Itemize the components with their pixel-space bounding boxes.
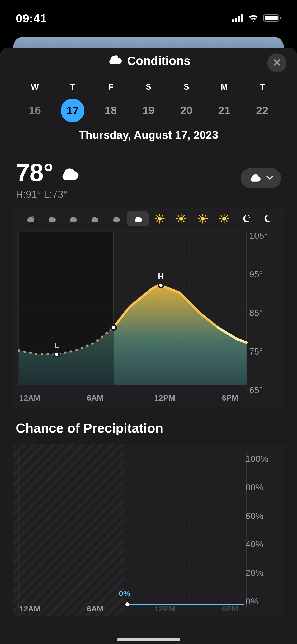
day-item[interactable]: T17 — [54, 82, 92, 122]
clear-night-icon — [256, 213, 278, 226]
clear-night-icon — [235, 213, 256, 226]
svg-line-43 — [226, 215, 227, 217]
svg-line-17 — [157, 221, 158, 222]
svg-line-44 — [221, 221, 222, 222]
svg-point-47 — [270, 215, 270, 216]
svg-line-33 — [205, 221, 206, 222]
day-number: 21 — [213, 99, 236, 122]
temperature-chart[interactable]: H L 105°95°85°75°65° — [13, 226, 284, 390]
precip-chart-card: 0% 100%80%60%40%20%0% 12AM6AM12PM6PM — [13, 444, 284, 616]
svg-line-26 — [178, 221, 179, 222]
full-date: Thursday, August 17, 2023 — [0, 122, 297, 152]
day-letter: T — [54, 82, 92, 92]
cloud-icon — [84, 213, 105, 226]
x-tick: 6AM — [81, 393, 149, 402]
svg-line-42 — [226, 221, 227, 222]
cloud-icon — [105, 213, 126, 226]
day-item[interactable]: F18 — [92, 82, 130, 122]
modal-title-text: Conditions — [127, 54, 190, 68]
day-letter: W — [16, 82, 54, 92]
day-number: 19 — [137, 99, 161, 122]
svg-rect-3 — [241, 14, 243, 22]
sunny-icon — [192, 213, 213, 226]
high-marker-label: H — [158, 272, 164, 281]
close-button[interactable] — [267, 53, 286, 72]
svg-rect-5 — [265, 16, 278, 20]
svg-rect-60 — [19, 232, 114, 385]
day-letter: T — [243, 82, 281, 92]
summary-left: 78° H:91° L:73° — [16, 160, 79, 200]
day-item[interactable]: S20 — [167, 82, 205, 122]
home-indicator[interactable] — [117, 638, 180, 641]
cloud-icon — [41, 213, 62, 226]
temp-value: 78° — [16, 160, 53, 185]
night-cloudy-icon — [19, 213, 41, 226]
svg-line-15 — [162, 221, 163, 222]
x-tick: 6AM — [81, 604, 149, 613]
x-tick: 12PM — [149, 393, 216, 402]
temperature-chart-svg: H L — [13, 226, 284, 390]
cloud-icon — [62, 213, 84, 226]
day-item[interactable]: S19 — [130, 82, 168, 122]
precip-x-axis: 12AM6AM12PM6PM — [13, 604, 284, 616]
day-item[interactable]: T22 — [243, 82, 281, 122]
day-letter: S — [130, 82, 168, 92]
day-number: 18 — [99, 99, 122, 122]
x-tick: 12PM — [149, 604, 216, 613]
cloud-icon — [248, 173, 261, 183]
precip-chart[interactable]: 0% 100%80%60%40%20%0% 12AM6AM12PM6PM — [13, 444, 284, 616]
precip-current-label: 0% — [119, 589, 130, 598]
precip-chart-svg — [13, 444, 284, 616]
wifi-icon — [248, 14, 259, 23]
svg-point-18 — [179, 217, 183, 220]
x-tick: 12AM — [13, 393, 81, 402]
day-item[interactable]: M21 — [205, 82, 243, 122]
condition-picker[interactable] — [241, 168, 281, 188]
conditions-modal: Conditions W16T17F18S19S20M21T22 Thursda… — [0, 48, 297, 644]
day-item[interactable]: W16 — [16, 82, 54, 122]
battery-icon — [263, 14, 281, 23]
close-icon — [273, 58, 281, 68]
y-tick: 20% — [246, 568, 277, 578]
summary-row: 78° H:91° L:73° — [0, 152, 297, 205]
temp-y-axis: 105°95°85°75°65° — [249, 226, 278, 390]
y-tick: 100% — [246, 454, 277, 464]
svg-line-24 — [183, 221, 185, 222]
svg-point-66 — [112, 326, 115, 329]
y-tick: 60% — [246, 511, 277, 521]
section-title-precip: Chance of Precipitation — [0, 421, 297, 441]
x-tick: 12AM — [13, 604, 81, 613]
cloud-icon — [59, 160, 79, 185]
svg-line-35 — [199, 221, 200, 222]
precip-y-axis: 100%80%60%40%20%0% — [246, 444, 277, 616]
status-bar: 09:41 — [0, 0, 297, 34]
low-marker-label: L — [54, 341, 59, 349]
svg-rect-1 — [235, 18, 237, 22]
cellular-icon — [232, 14, 244, 23]
svg-line-14 — [157, 215, 158, 217]
current-temp: 78° — [16, 160, 79, 185]
status-indicators — [232, 14, 281, 23]
temp-x-axis: 12AM6AM12PM6PM — [13, 390, 284, 407]
svg-point-9 — [158, 217, 162, 220]
day-selector: W16T17F18S19S20M21T22 — [0, 74, 297, 122]
svg-point-36 — [222, 217, 226, 220]
svg-line-34 — [205, 215, 206, 217]
svg-point-64 — [55, 353, 58, 356]
day-letter: S — [167, 82, 205, 92]
cloud-current-icon — [127, 211, 148, 226]
day-number: 20 — [175, 99, 198, 122]
modal-header: Conditions — [0, 48, 297, 74]
temperature-chart-card: H L 105°95°85°75°65° 12AM6AM12PM6PM — [13, 208, 284, 407]
status-time: 09:41 — [16, 12, 47, 25]
day-number: 16 — [23, 99, 47, 122]
svg-line-32 — [199, 215, 200, 217]
day-number: 17 — [61, 99, 84, 122]
svg-rect-0 — [232, 19, 234, 22]
sunny-icon — [171, 213, 192, 226]
hourly-condition-icons — [13, 208, 284, 226]
svg-point-48 — [271, 217, 271, 218]
chevron-down-icon — [266, 175, 274, 181]
svg-line-25 — [183, 215, 185, 217]
y-tick: 40% — [246, 539, 277, 549]
